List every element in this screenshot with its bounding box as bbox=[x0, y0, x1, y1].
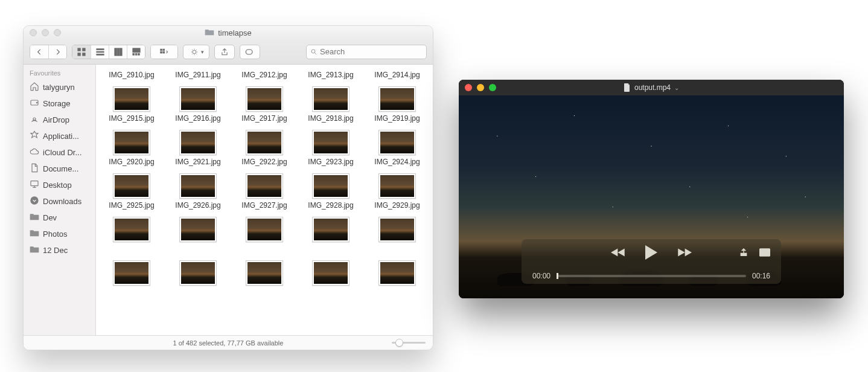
file-thumbnail[interactable] bbox=[167, 130, 229, 155]
file-thumbnail[interactable] bbox=[234, 130, 295, 155]
file-thumbnail[interactable] bbox=[234, 217, 295, 242]
file-thumbnail[interactable] bbox=[300, 217, 362, 242]
sidebar-item-12-dec[interactable]: 12 Dec bbox=[24, 242, 95, 258]
sidebar-item-photos[interactable]: Photos bbox=[24, 226, 95, 242]
gallery-view-button[interactable] bbox=[127, 45, 145, 59]
file-thumbnail[interactable] bbox=[101, 86, 162, 112]
minimize-button[interactable] bbox=[42, 29, 49, 36]
file-thumbnail[interactable] bbox=[300, 260, 362, 286]
share-button[interactable] bbox=[739, 248, 748, 257]
file-thumbnail[interactable] bbox=[300, 86, 362, 112]
file-thumbnail[interactable] bbox=[300, 173, 362, 199]
file-label[interactable]: IMG_2918.jpg bbox=[300, 114, 362, 127]
file-label[interactable]: IMG_2919.jpg bbox=[366, 114, 428, 127]
file-label[interactable]: IMG_2912.jpg bbox=[234, 71, 295, 84]
arrange-button[interactable] bbox=[151, 45, 177, 59]
quicktime-titlebar[interactable]: output.mp4 ⌄ bbox=[459, 80, 844, 95]
file-label[interactable]: . bbox=[366, 245, 428, 258]
file-thumbnail[interactable] bbox=[101, 260, 162, 286]
sidebar-item-downloads[interactable]: Downloads bbox=[24, 193, 95, 210]
file-label[interactable]: IMG_2928.jpg bbox=[300, 201, 362, 214]
file-label[interactable]: IMG_2920.jpg bbox=[101, 158, 162, 171]
svg-rect-15 bbox=[163, 49, 165, 51]
file-thumbnail[interactable] bbox=[101, 217, 162, 242]
forward-button[interactable] bbox=[48, 45, 66, 59]
progress-bar[interactable] bbox=[557, 275, 746, 277]
file-label[interactable]: IMG_2917.jpg bbox=[234, 114, 295, 127]
share-button[interactable] bbox=[214, 45, 235, 59]
search-input[interactable] bbox=[320, 47, 423, 56]
file-thumbnail[interactable] bbox=[167, 86, 229, 112]
svg-rect-12 bbox=[135, 53, 137, 55]
file-label[interactable]: IMG_2913.jpg bbox=[300, 71, 362, 84]
image-thumbnail bbox=[378, 86, 416, 112]
file-thumbnail[interactable] bbox=[366, 217, 428, 242]
sidebar-item-label: Applicati... bbox=[43, 132, 79, 141]
file-label[interactable]: . bbox=[300, 245, 362, 258]
video-title[interactable]: output.mp4 ⌄ bbox=[624, 83, 679, 92]
image-thumbnail bbox=[113, 130, 150, 155]
file-thumbnail[interactable] bbox=[101, 173, 162, 199]
sidebar-item-desktop[interactable]: Desktop bbox=[24, 177, 95, 193]
file-thumbnail[interactable] bbox=[167, 217, 229, 242]
zoom-button[interactable] bbox=[489, 84, 496, 91]
file-thumbnail[interactable] bbox=[366, 260, 428, 286]
file-label[interactable]: . bbox=[234, 245, 295, 258]
svg-rect-9 bbox=[120, 48, 122, 55]
video-viewport[interactable]: 00:00 00:16 bbox=[459, 95, 844, 298]
file-label[interactable]: IMG_2929.jpg bbox=[366, 201, 428, 214]
icon-view-button[interactable] bbox=[72, 45, 91, 59]
file-thumbnail[interactable] bbox=[234, 173, 295, 199]
file-thumbnail[interactable] bbox=[234, 86, 295, 112]
file-thumbnail[interactable] bbox=[234, 260, 295, 286]
zoom-slider[interactable] bbox=[392, 342, 426, 344]
file-label[interactable]: IMG_2921.jpg bbox=[167, 158, 229, 171]
file-label[interactable]: IMG_2924.jpg bbox=[366, 158, 428, 171]
sidebar-item-applicati-[interactable]: Applicati... bbox=[24, 128, 95, 144]
sidebar-item-talyguryn[interactable]: talyguryn bbox=[24, 79, 95, 95]
play-button[interactable] bbox=[643, 244, 659, 261]
file-thumbnail[interactable] bbox=[167, 260, 229, 286]
close-button[interactable] bbox=[465, 84, 472, 91]
minimize-button[interactable] bbox=[477, 84, 484, 91]
file-thumbnail[interactable] bbox=[101, 130, 162, 155]
column-view-button[interactable] bbox=[109, 45, 127, 59]
action-menu-button[interactable]: ▾ bbox=[183, 45, 209, 59]
fast-forward-button[interactable] bbox=[676, 246, 692, 258]
zoom-button[interactable] bbox=[54, 29, 61, 36]
file-label[interactable]: IMG_2927.jpg bbox=[234, 201, 295, 214]
rewind-button[interactable] bbox=[611, 246, 627, 258]
file-thumbnail[interactable] bbox=[300, 130, 362, 155]
file-label[interactable]: . bbox=[101, 245, 162, 258]
file-grid-area[interactable]: IMG_2910.jpgIMG_2911.jpgIMG_2912.jpgIMG_… bbox=[96, 65, 433, 335]
file-thumbnail[interactable] bbox=[366, 130, 428, 155]
file-label[interactable]: IMG_2922.jpg bbox=[234, 158, 295, 171]
pip-button[interactable] bbox=[759, 248, 770, 257]
file-label[interactable]: IMG_2914.jpg bbox=[366, 71, 428, 84]
file-label[interactable]: IMG_2925.jpg bbox=[101, 201, 162, 214]
file-thumbnail[interactable] bbox=[366, 173, 428, 199]
list-view-button[interactable] bbox=[91, 45, 109, 59]
sidebar-item-docume-[interactable]: Docume... bbox=[24, 161, 95, 177]
file-thumbnail[interactable] bbox=[366, 86, 428, 112]
file-label[interactable]: IMG_2911.jpg bbox=[167, 71, 229, 84]
sidebar-item-storage[interactable]: Storage bbox=[24, 95, 95, 112]
file-label[interactable]: IMG_2923.jpg bbox=[300, 158, 362, 171]
finder-titlebar[interactable]: timelapse bbox=[24, 26, 433, 39]
sidebar-item-airdrop[interactable]: AirDrop bbox=[24, 112, 95, 128]
file-label[interactable]: IMG_2915.jpg bbox=[101, 114, 162, 127]
file-thumbnail[interactable] bbox=[167, 173, 229, 199]
svg-rect-10 bbox=[132, 48, 139, 52]
back-button[interactable] bbox=[30, 45, 48, 59]
file-label[interactable]: IMG_2916.jpg bbox=[167, 114, 229, 127]
tags-button[interactable] bbox=[240, 45, 260, 59]
close-button[interactable] bbox=[30, 29, 37, 36]
sidebar-item-dev[interactable]: Dev bbox=[24, 210, 95, 226]
sidebar-item-icloud-dr-[interactable]: iCloud Dr... bbox=[24, 144, 95, 161]
file-label[interactable]: IMG_2910.jpg bbox=[101, 71, 162, 84]
search-field[interactable] bbox=[306, 45, 427, 59]
file-label[interactable]: . bbox=[167, 245, 229, 258]
time-total: 00:16 bbox=[752, 272, 770, 280]
disk-icon bbox=[30, 98, 39, 109]
file-label[interactable]: IMG_2926.jpg bbox=[167, 201, 229, 214]
